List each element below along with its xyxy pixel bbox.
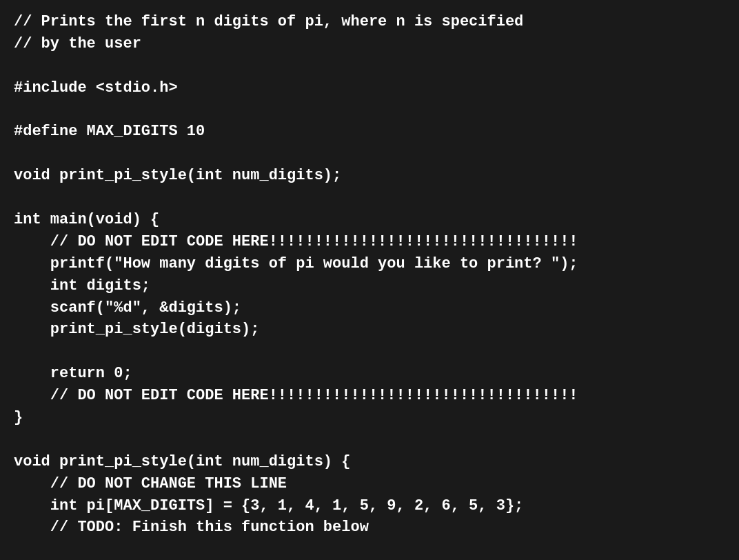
code-line: return 0; <box>14 363 725 385</box>
code-line: // TODO: Finish this function below <box>14 517 725 539</box>
code-line: // by the user <box>14 33 725 55</box>
code-line-empty <box>14 143 725 165</box>
code-line: // DO NOT EDIT CODE HERE!!!!!!!!!!!!!!!!… <box>14 231 725 253</box>
code-line-empty <box>14 55 725 77</box>
code-line: // Prints the first n digits of pi, wher… <box>14 11 725 33</box>
code-line-empty <box>14 341 725 363</box>
code-line: // DO NOT CHANGE THIS LINE <box>14 473 725 495</box>
code-line: printf("How many digits of pi would you … <box>14 253 725 275</box>
code-line-empty <box>14 539 725 560</box>
code-line-empty <box>14 187 725 209</box>
code-line: #include <stdio.h> <box>14 77 725 99</box>
code-line: void print_pi_style(int num_digits); <box>14 165 725 187</box>
code-line: } <box>14 407 725 429</box>
code-editor: // Prints the first n digits of pi, wher… <box>0 0 739 560</box>
code-line: int pi[MAX_DIGITS] = {3, 1, 4, 1, 5, 9, … <box>14 495 725 517</box>
code-line: int main(void) { <box>14 209 725 231</box>
code-line: scanf("%d", &digits); <box>14 297 725 319</box>
code-line: void print_pi_style(int num_digits) { <box>14 451 725 473</box>
code-line: print_pi_style(digits); <box>14 319 725 341</box>
code-line: #define MAX_DIGITS 10 <box>14 121 725 143</box>
code-line: int digits; <box>14 275 725 297</box>
code-line-empty <box>14 429 725 451</box>
code-line-empty <box>14 99 725 121</box>
code-line: // DO NOT EDIT CODE HERE!!!!!!!!!!!!!!!!… <box>14 385 725 407</box>
